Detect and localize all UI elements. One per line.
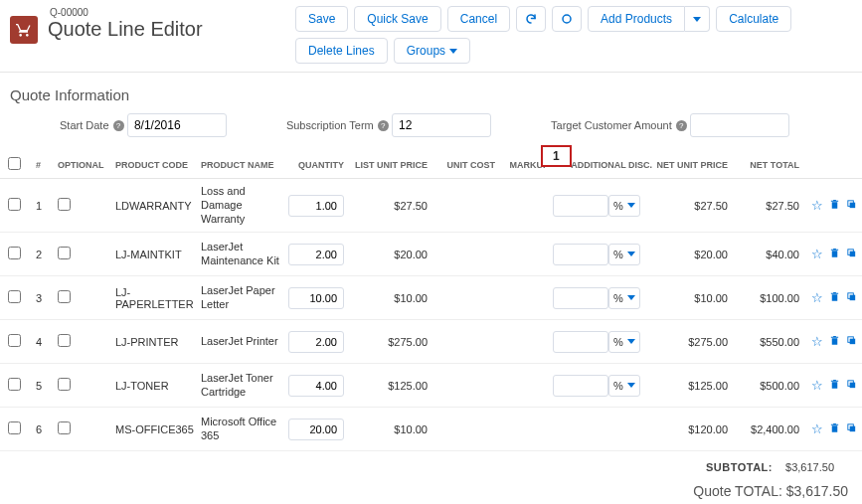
quantity-input[interactable] <box>288 331 344 353</box>
caret-down-icon <box>627 252 635 256</box>
star-icon[interactable]: ☆ <box>811 421 823 436</box>
trash-icon[interactable] <box>829 334 840 349</box>
row-checkbox[interactable] <box>8 378 21 391</box>
help-icon[interactable]: ? <box>378 120 389 131</box>
groups-button[interactable]: Groups <box>394 38 470 64</box>
star-icon[interactable]: ☆ <box>811 247 823 261</box>
callout-marker: 1 <box>541 145 572 167</box>
svg-rect-9 <box>850 383 856 389</box>
sub-term-input[interactable] <box>392 113 491 137</box>
net-total: $27.50 <box>732 200 799 212</box>
col-num: # <box>36 160 54 170</box>
additional-disc-input[interactable] <box>553 331 608 353</box>
star-icon[interactable]: ☆ <box>811 334 823 349</box>
svg-rect-7 <box>850 339 856 345</box>
additional-disc-input[interactable] <box>553 375 608 397</box>
caret-down-icon <box>627 295 635 300</box>
net-unit-price: $125.00 <box>656 380 728 392</box>
net-total: $2,400.00 <box>732 423 799 435</box>
refresh-button[interactable] <box>516 6 546 32</box>
trash-icon[interactable] <box>829 198 840 213</box>
svg-rect-3 <box>850 252 856 256</box>
disc-unit-select[interactable]: % <box>608 331 640 353</box>
quick-save-button[interactable]: Quick Save <box>354 6 440 32</box>
cancel-button[interactable]: Cancel <box>447 6 510 32</box>
caret-down-icon <box>449 49 457 54</box>
disc-unit-select[interactable]: % <box>608 195 640 217</box>
copy-icon[interactable] <box>846 378 857 393</box>
optional-checkbox[interactable] <box>58 334 71 347</box>
product-name: LaserJet Maintenance Kit <box>201 241 280 268</box>
row-checkbox[interactable] <box>8 247 21 259</box>
additional-disc-input[interactable] <box>553 195 608 217</box>
start-date-input[interactable] <box>127 113 227 137</box>
row-checkbox[interactable] <box>8 290 21 303</box>
help-icon[interactable]: ? <box>676 120 687 131</box>
copy-icon[interactable] <box>846 290 857 305</box>
subtotal-value: $3,617.50 <box>785 461 834 473</box>
section-title: Quote Information <box>0 73 862 113</box>
row-num: 1 <box>36 200 54 212</box>
quantity-input[interactable] <box>288 375 344 397</box>
col-cost: UNIT COST <box>431 160 495 170</box>
quote-number: Q-00000 <box>50 7 203 18</box>
row-num: 6 <box>36 423 54 435</box>
star-icon[interactable]: ☆ <box>811 198 823 213</box>
copy-icon[interactable] <box>846 421 857 436</box>
table-row: 2 LJ-MAINTKIT LaserJet Maintenance Kit $… <box>0 233 862 276</box>
additional-disc-input[interactable] <box>553 244 608 265</box>
trash-icon[interactable] <box>829 378 840 393</box>
select-all-checkbox[interactable] <box>8 157 21 170</box>
add-products-button[interactable]: Add Products <box>588 6 685 32</box>
table-row: 3 LJ-PAPERLETTER LaserJet Paper Letter $… <box>0 276 862 320</box>
optional-checkbox[interactable] <box>58 421 71 434</box>
list-unit-price: $20.00 <box>348 249 428 260</box>
trash-icon[interactable] <box>829 421 840 436</box>
star-icon[interactable]: ☆ <box>811 290 823 305</box>
copy-icon[interactable] <box>846 247 857 261</box>
optional-checkbox[interactable] <box>58 290 71 303</box>
net-unit-price: $10.00 <box>656 292 728 304</box>
copy-icon[interactable] <box>846 198 857 213</box>
optional-checkbox[interactable] <box>58 247 71 259</box>
net-unit-price: $275.00 <box>656 336 728 348</box>
caret-down-icon <box>627 339 635 344</box>
table-row: 1 LDWARRANTY Loss and Damage Warranty $2… <box>0 179 862 233</box>
col-list: LIST UNIT PRICE <box>348 160 428 170</box>
quantity-input[interactable] <box>288 419 344 440</box>
copy-icon[interactable] <box>846 334 857 349</box>
col-qty: QUANTITY <box>284 160 344 170</box>
list-unit-price: $10.00 <box>348 292 428 304</box>
disc-unit-select[interactable]: % <box>608 244 640 265</box>
target-amount-input[interactable] <box>690 113 789 137</box>
list-unit-price: $27.50 <box>348 200 428 212</box>
additional-disc-input[interactable] <box>553 287 608 309</box>
optional-checkbox[interactable] <box>58 378 71 391</box>
sub-term-label: Subscription Term ? <box>286 119 389 131</box>
quantity-input[interactable] <box>288 287 344 309</box>
product-code: LJ-TONER <box>115 380 197 392</box>
row-checkbox[interactable] <box>8 421 21 434</box>
save-button[interactable]: Save <box>295 6 348 32</box>
quantity-input[interactable] <box>288 195 344 217</box>
optional-checkbox[interactable] <box>58 198 71 211</box>
row-checkbox[interactable] <box>8 198 21 211</box>
help-icon[interactable]: ? <box>113 120 124 131</box>
product-name: Microsoft Office 365 <box>201 416 280 443</box>
list-unit-price: $10.00 <box>348 423 428 435</box>
reset-button[interactable] <box>552 6 582 32</box>
trash-icon[interactable] <box>829 290 840 305</box>
quantity-input[interactable] <box>288 244 344 265</box>
col-net-unit: NET UNIT PRICE <box>656 160 728 170</box>
row-checkbox[interactable] <box>8 334 21 347</box>
start-date-label: Start Date ? <box>60 119 124 131</box>
product-code: LJ-MAINTKIT <box>115 249 197 260</box>
svg-rect-1 <box>850 203 856 209</box>
delete-lines-button[interactable]: Delete Lines <box>295 38 388 64</box>
trash-icon[interactable] <box>829 247 840 261</box>
star-icon[interactable]: ☆ <box>811 378 823 393</box>
calculate-button[interactable]: Calculate <box>716 6 791 32</box>
disc-unit-select[interactable]: % <box>608 375 640 397</box>
add-products-dropdown[interactable] <box>685 6 710 32</box>
disc-unit-select[interactable]: % <box>608 287 640 309</box>
